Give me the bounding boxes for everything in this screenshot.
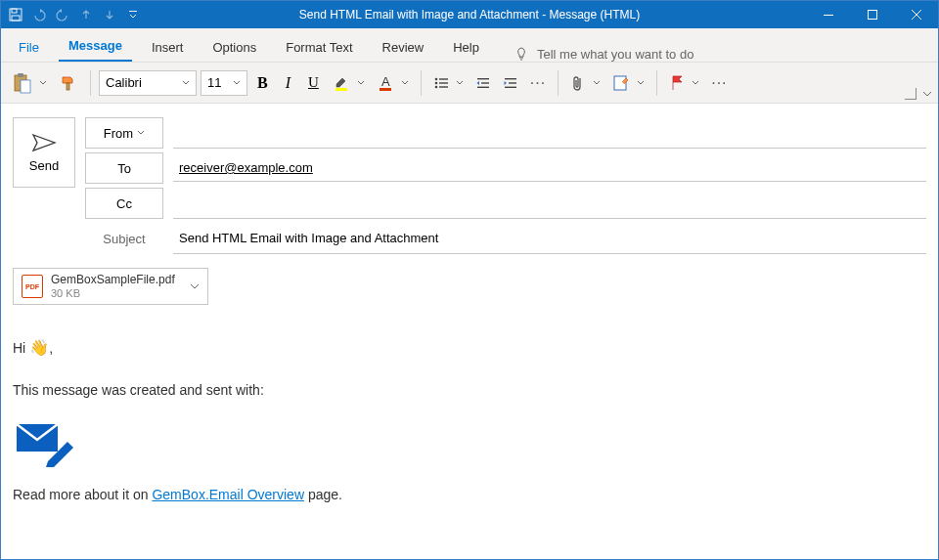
chevron-down-icon: [637, 79, 645, 87]
indent-button[interactable]: [499, 69, 522, 97]
underline-button[interactable]: U: [302, 69, 325, 97]
svg-rect-20: [481, 82, 489, 83]
svg-rect-7: [18, 73, 23, 77]
flag-button[interactable]: [665, 69, 703, 97]
paste-button[interactable]: [9, 69, 51, 97]
chevron-down-icon: [692, 79, 699, 87]
window-title: Send HTML Email with Image and Attachmen…: [299, 8, 640, 22]
dialog-launcher-icon[interactable]: [905, 88, 917, 100]
font-combo[interactable]: Calibri: [99, 70, 197, 96]
signature-button[interactable]: [608, 69, 648, 97]
undo-icon[interactable]: [32, 8, 46, 22]
more-commands-button[interactable]: ···: [707, 69, 731, 97]
subject-input[interactable]: [173, 223, 926, 254]
svg-rect-5: [868, 11, 876, 20]
from-button[interactable]: From: [85, 117, 163, 149]
attachment-name: GemBoxSampleFile.pdf: [51, 273, 182, 286]
svg-rect-2: [12, 16, 20, 21]
to-field[interactable]: receiver@example.com: [173, 154, 926, 182]
svg-rect-9: [67, 83, 69, 90]
svg-text:A: A: [381, 74, 390, 89]
highlight-button[interactable]: [329, 69, 369, 97]
chevron-down-icon: [39, 79, 47, 87]
chevron-down-icon: [233, 79, 241, 87]
tab-message[interactable]: Message: [59, 31, 132, 62]
tab-options[interactable]: Options: [202, 33, 266, 62]
svg-point-15: [435, 85, 438, 88]
svg-rect-21: [477, 86, 489, 87]
tab-help[interactable]: Help: [443, 33, 489, 62]
chevron-down-icon[interactable]: [922, 89, 932, 99]
svg-rect-10: [335, 88, 347, 91]
svg-point-14: [435, 81, 438, 84]
minimize-button[interactable]: [806, 1, 850, 28]
ribbon-tabs: File Message Insert Options Format Text …: [1, 28, 938, 63]
attachment-item[interactable]: PDF GemBoxSampleFile.pdf 30 KB: [13, 268, 208, 305]
chevron-down-icon: [593, 79, 601, 87]
chevron-down-icon: [182, 79, 190, 87]
to-button[interactable]: To: [85, 152, 163, 184]
font-size-combo[interactable]: 11: [201, 70, 247, 96]
tab-insert[interactable]: Insert: [142, 33, 194, 62]
svg-rect-18: [439, 86, 448, 87]
compose-header: Send From To receiver@example.com Cc Sub…: [1, 104, 938, 268]
svg-rect-22: [505, 78, 516, 79]
send-button[interactable]: Send: [13, 117, 75, 188]
svg-rect-3: [129, 11, 137, 12]
svg-rect-16: [439, 78, 448, 79]
titlebar: Send HTML Email with Image and Attachmen…: [1, 1, 938, 28]
pdf-file-icon: PDF: [22, 275, 43, 298]
bullet-list-button[interactable]: [429, 69, 468, 97]
cc-button[interactable]: Cc: [85, 188, 163, 219]
svg-rect-24: [505, 86, 516, 87]
chevron-down-icon[interactable]: [190, 281, 200, 291]
chevron-down-icon: [357, 79, 365, 87]
bold-button[interactable]: B: [251, 69, 274, 97]
svg-rect-4: [824, 15, 833, 16]
tab-format-text[interactable]: Format Text: [276, 33, 362, 62]
cc-input[interactable]: [173, 188, 926, 219]
tell-me-search[interactable]: Tell me what you want to do: [514, 46, 693, 62]
wave-emoji: 👋: [29, 334, 49, 363]
svg-rect-8: [21, 80, 30, 93]
attach-button[interactable]: [566, 69, 604, 97]
svg-rect-19: [477, 78, 489, 79]
chevron-down-icon: [456, 79, 464, 87]
save-icon[interactable]: [9, 8, 22, 22]
down-arrow-icon[interactable]: [103, 8, 116, 22]
body-line1: This message was created and sent with:: [13, 378, 926, 403]
more-paragraph-button[interactable]: ···: [526, 69, 550, 97]
tab-file[interactable]: File: [9, 33, 49, 62]
svg-rect-17: [439, 82, 448, 83]
overview-link[interactable]: GemBox.Email Overview: [152, 487, 304, 502]
svg-point-13: [435, 77, 438, 80]
message-body[interactable]: Hi 👋, This message was created and sent …: [1, 315, 938, 542]
ribbon-toolbar: Calibri 11 B I U A ··· ···: [1, 63, 938, 104]
gembox-logo-image: [13, 418, 75, 467]
tab-review[interactable]: Review: [373, 33, 434, 62]
up-arrow-icon[interactable]: [79, 8, 93, 22]
lightbulb-icon: [514, 46, 529, 62]
outdent-button[interactable]: [471, 69, 495, 97]
format-painter-button[interactable]: [55, 69, 82, 97]
italic-button[interactable]: I: [278, 69, 298, 97]
attachment-size: 30 KB: [51, 287, 182, 300]
svg-rect-1: [12, 9, 17, 13]
qat-customize-icon[interactable]: [126, 8, 140, 22]
chevron-down-icon: [137, 129, 145, 137]
attachment-area: PDF GemBoxSampleFile.pdf 30 KB: [1, 268, 938, 315]
font-color-button[interactable]: A: [373, 69, 413, 97]
maximize-button[interactable]: [850, 1, 894, 28]
close-button[interactable]: [894, 1, 938, 28]
chevron-down-icon: [401, 79, 409, 87]
subject-label: Subject: [85, 232, 163, 246]
svg-rect-12: [380, 88, 391, 91]
svg-rect-23: [509, 82, 516, 83]
from-input[interactable]: [173, 117, 926, 149]
redo-icon[interactable]: [56, 8, 69, 22]
send-icon: [31, 133, 57, 152]
